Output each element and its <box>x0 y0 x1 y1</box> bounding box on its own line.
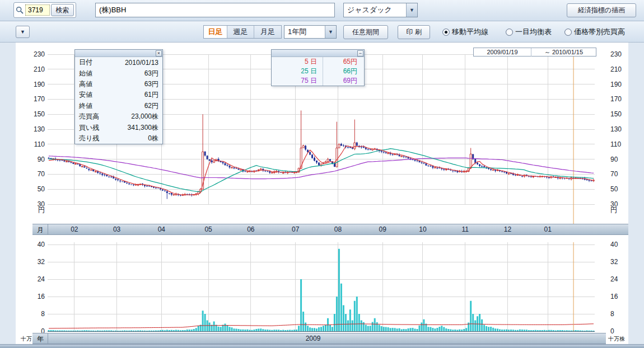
svg-text:170: 170 <box>610 95 622 103</box>
market-select[interactable]: ジャスダック ▼ <box>343 3 418 17</box>
period-select[interactable]: 1年間 ▼ <box>284 25 337 39</box>
month-tick-label: 08 <box>334 225 342 233</box>
tooltip-row: 終値62円 <box>75 101 162 111</box>
tooltip-row-value: 62円 <box>144 101 158 111</box>
tooltip-row: 売買高23,000株 <box>75 111 162 122</box>
radio-volume-by-price[interactable]: 価格帯別売買高 <box>564 27 625 37</box>
svg-text:8: 8 <box>41 310 45 318</box>
custom-period-button[interactable]: 任意期間 <box>343 25 388 39</box>
month-tick-label: 02 <box>71 225 78 233</box>
tooltip-row-label: 売買高 <box>79 112 99 121</box>
triangle-down-icon: ▼ <box>20 29 25 35</box>
tooltip-row-label: 買い残 <box>79 123 99 133</box>
legend-row-value: 69円 <box>323 76 364 86</box>
radio-label: 一目均衡表 <box>515 27 552 37</box>
svg-text:210: 210 <box>34 65 45 73</box>
quote-tooltip-body: 日付2010/01/13始値63円高値63円安値61円終値62円売買高23,00… <box>75 57 162 144</box>
date-range-from: 2009/01/19 <box>474 49 531 55</box>
svg-text:32: 32 <box>38 258 45 266</box>
legend-row-label: 75 日 <box>272 76 323 86</box>
period-select-value: 1年間 <box>284 26 325 38</box>
tab-daily[interactable]: 日足 <box>204 26 227 38</box>
month-tick-label: 10 <box>419 225 426 233</box>
tooltip-row: 売り残0株 <box>75 133 162 144</box>
svg-text:50: 50 <box>610 185 618 193</box>
date-range-to: ～ 2010/01/15 <box>531 48 596 57</box>
tooltip-row: 日付2010/01/13 <box>75 57 162 68</box>
tooltip-row-label: 日付 <box>79 58 92 67</box>
month-tick-label: 01 <box>544 225 552 233</box>
tooltip-row-value: 0株 <box>148 134 158 143</box>
svg-text:40: 40 <box>610 241 618 248</box>
toolbar-main: 検索 ジャスダック ▼ 経済指標の描画 <box>0 0 644 21</box>
axis-divider <box>48 224 48 234</box>
chevron-down-icon[interactable]: ▼ <box>406 3 417 17</box>
svg-text:32: 32 <box>610 258 618 266</box>
tab-weekly[interactable]: 週足 <box>227 26 254 38</box>
chevron-down-icon[interactable]: ▼ <box>325 26 336 38</box>
legend-row-value: 66円 <box>323 67 364 76</box>
svg-text:110: 110 <box>34 140 45 148</box>
svg-text:70: 70 <box>610 170 618 178</box>
moving-average-lines <box>49 146 594 195</box>
tooltip-row-value: 23,000株 <box>131 112 158 121</box>
market-select-value: ジャスダック <box>344 3 406 17</box>
close-icon[interactable]: × <box>156 50 162 57</box>
legend-row: 25 日66円 <box>272 67 364 76</box>
tooltip-row: 高値63円 <box>75 79 162 90</box>
dropdown-arrow-button[interactable]: ▼ <box>16 26 30 38</box>
legend-row-label: 5 日 <box>272 57 323 67</box>
svg-text:130: 130 <box>610 125 622 133</box>
search-button[interactable]: 検索 <box>51 4 74 16</box>
svg-text:70: 70 <box>38 170 45 178</box>
chart-panel: 2302302102101901901701701501501301301101… <box>16 43 628 344</box>
tooltip-row-label: 安値 <box>79 90 92 100</box>
search-icon <box>16 6 24 15</box>
stock-code-input[interactable] <box>25 4 50 16</box>
radio-ichimoku[interactable]: 一目均衡表 <box>506 27 552 37</box>
svg-text:230: 230 <box>610 50 622 58</box>
month-tick-label: 03 <box>113 225 120 233</box>
svg-text:円: 円 <box>610 206 617 214</box>
tab-monthly[interactable]: 月足 <box>254 26 281 38</box>
svg-text:16: 16 <box>38 293 45 300</box>
radio-circle-icon <box>442 29 450 36</box>
tooltip-row: 始値63円 <box>75 68 162 78</box>
svg-text:16: 16 <box>610 293 618 300</box>
economic-indicator-button[interactable]: 経済指標の描画 <box>567 3 636 17</box>
svg-text:210: 210 <box>610 65 622 73</box>
toolbar-chart-options: ▼ 日足 週足 月足 1年間 ▼ 任意期間 印 刷 移動平均線 一目均衡表 価格… <box>0 21 644 43</box>
date-range-separator: ～ <box>544 49 550 55</box>
svg-text:150: 150 <box>610 110 622 118</box>
volume-bars <box>48 249 595 331</box>
date-range-box: 2009/01/19 ～ 2010/01/15 <box>473 48 596 57</box>
month-axis-head: 月 <box>37 225 44 235</box>
bottom-edge-bar <box>0 344 644 348</box>
radio-circle-icon <box>564 29 572 36</box>
month-tick-label: 07 <box>292 225 299 233</box>
radio-moving-average[interactable]: 移動平均線 <box>442 27 488 37</box>
stock-name-input[interactable] <box>95 3 335 17</box>
print-button[interactable]: 印 刷 <box>398 25 430 39</box>
radio-circle-icon <box>506 29 513 36</box>
ma-legend-header[interactable]: − <box>272 50 364 57</box>
date-range-to-value: 2010/01/15 <box>552 49 583 55</box>
tooltip-row-value: 341,300株 <box>128 123 158 133</box>
legend-row: 5 日65円 <box>272 57 364 67</box>
svg-text:24: 24 <box>610 275 618 283</box>
month-tick-label: 12 <box>504 225 511 233</box>
volume-unit-right: 十万株 <box>608 335 625 343</box>
volume-chart[interactable]: 40403232242416168800 <box>16 235 628 335</box>
month-axis: 月 020304050607080910111201 <box>32 224 628 235</box>
svg-text:110: 110 <box>610 140 621 148</box>
tooltip-row-label: 売り残 <box>79 134 99 143</box>
month-tick-label: 09 <box>379 225 386 233</box>
tooltip-row-label: 高値 <box>79 79 92 89</box>
quote-tooltip-header[interactable]: × <box>75 50 162 57</box>
radio-label: 移動平均線 <box>452 27 488 37</box>
svg-text:8: 8 <box>610 310 614 318</box>
quote-tooltip: × 日付2010/01/13始値63円高値63円安値61円終値62円売買高23,… <box>74 49 163 144</box>
svg-text:24: 24 <box>38 275 45 283</box>
minimize-icon[interactable]: − <box>357 50 363 57</box>
axis-divider <box>48 333 48 344</box>
